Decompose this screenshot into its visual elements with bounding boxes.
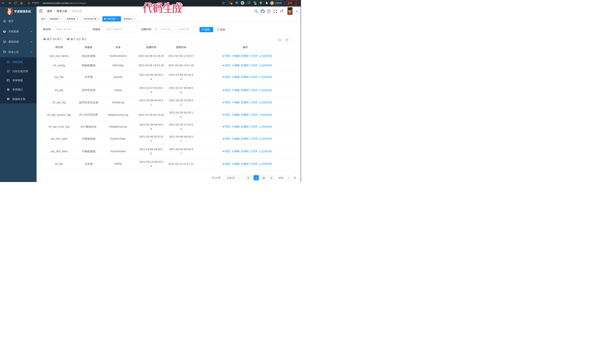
svg-text:on: on xyxy=(255,3,256,5)
svg-text:1: 1 xyxy=(231,3,232,4)
